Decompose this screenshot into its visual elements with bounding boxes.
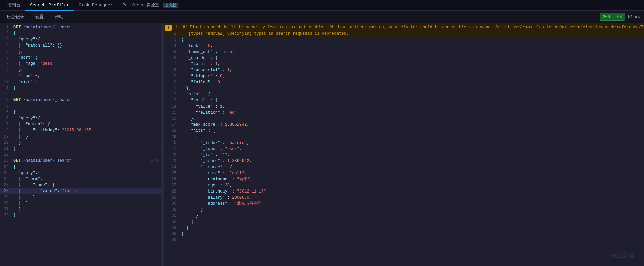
table-row: 5 }, bbox=[0, 49, 161, 55]
table-row: 35 } bbox=[164, 231, 644, 237]
right-output-panel[interactable]: ! 1 #! Elasticsearch built-in security f… bbox=[164, 23, 644, 266]
table-row: 30 │ } bbox=[0, 200, 161, 206]
table-row: 20 "_index" : "hainiu", bbox=[164, 140, 644, 146]
table-row: 4 "took" : 9, bbox=[164, 43, 644, 49]
table-row: 27 "age" : 28, bbox=[164, 182, 644, 188]
table-row: 9 "skipped" : 0, bbox=[164, 73, 644, 79]
run-icon[interactable]: ▷ bbox=[151, 158, 154, 164]
warning-icon: ! bbox=[165, 25, 172, 31]
response-time: 51 ms bbox=[628, 14, 640, 19]
table-row: 26 "realname" : "老李", bbox=[164, 176, 644, 182]
table-row: 21 "_type" : "user", bbox=[164, 146, 644, 152]
table-row: 31 } bbox=[0, 206, 161, 212]
table-row: 9 "from":0, bbox=[0, 73, 161, 79]
table-row: 33 ] bbox=[164, 219, 644, 225]
table-row: 17 "max_score" : 1.3862942, bbox=[164, 122, 644, 128]
line-actions: ▷ ⧉ bbox=[151, 158, 161, 164]
table-row: 15 { bbox=[0, 109, 161, 115]
tab-search-profiler[interactable]: Search Profiler bbox=[25, 0, 74, 11]
table-row: 28 │ │ │ "value": "laoli"| bbox=[0, 188, 161, 194]
table-row: ! 1 #! Elasticsearch built-in security f… bbox=[164, 24, 644, 31]
table-row: 10 "failed" : 0 bbox=[164, 79, 644, 85]
table-row: 3 "query":{ bbox=[0, 36, 161, 42]
table-row: 19 │ } bbox=[0, 134, 161, 140]
table-row: 10 "size":2 bbox=[0, 79, 161, 85]
table-row: 30 "address" : "北京市昌平区" bbox=[164, 201, 644, 207]
status-badge: 200 - OK bbox=[600, 13, 625, 21]
table-row: 5 "timed_out" : false, bbox=[164, 49, 644, 55]
copy-icon[interactable]: ⧉ bbox=[155, 158, 159, 164]
tab-console[interactable]: 控制台 bbox=[3, 0, 25, 11]
top-navigation: 控制台 Search Profiler Grok Debugger Painle… bbox=[0, 0, 644, 11]
table-row: 12 bbox=[0, 91, 161, 97]
settings-button[interactable]: 设置 bbox=[32, 12, 46, 21]
table-row: 11 }, bbox=[164, 85, 644, 91]
table-row: 31 } bbox=[164, 207, 644, 213]
table-row: 15 "relation" : "eq" bbox=[164, 110, 644, 116]
table-row: 18 "hits" : [ bbox=[164, 128, 644, 134]
table-row: 36 bbox=[164, 237, 644, 243]
table-row: 7 │ "age":"desc" bbox=[0, 61, 161, 67]
table-row: 4 │ "match_all": {} bbox=[0, 42, 161, 49]
table-row: 17 │ "match": { bbox=[0, 121, 161, 127]
table-row: 8 }, bbox=[0, 67, 161, 73]
table-row: 13 GET /hainiu/user/_search bbox=[0, 97, 161, 103]
table-row: 24 { bbox=[0, 164, 161, 170]
table-row: 14 "value" : 1, bbox=[164, 104, 644, 110]
table-row: 25 "query":{ bbox=[0, 170, 161, 176]
main-content: 1 GET /hainiu/user/_search 2 { 3 "query"… bbox=[0, 23, 644, 266]
table-row: 13 "total" : { bbox=[164, 97, 644, 104]
table-row: 22 bbox=[0, 152, 161, 158]
history-button[interactable]: 历史记录 bbox=[4, 12, 27, 21]
table-row: 29 │ │ } bbox=[0, 194, 161, 200]
right-code-area: ! 1 #! Elasticsearch built-in security f… bbox=[164, 23, 644, 266]
table-row: 27 │ │ "name": { bbox=[0, 182, 161, 188]
table-row: 32 } bbox=[0, 212, 161, 218]
table-row: 21 } bbox=[0, 146, 161, 152]
tab-grok-debugger[interactable]: Grok Debugger bbox=[74, 0, 118, 11]
table-row: 12 "hits" : { bbox=[164, 91, 644, 97]
table-row: 26 │ "term": { bbox=[0, 176, 161, 182]
table-row: 2 { bbox=[0, 30, 161, 36]
table-row: 3 { bbox=[164, 37, 644, 43]
table-row: 20 } bbox=[0, 140, 161, 146]
table-row: 25 "name" : "laoli", bbox=[164, 170, 644, 176]
table-row: 6 "_shards" : { bbox=[164, 55, 644, 61]
beta-badge: 公测版 bbox=[163, 3, 178, 8]
table-row: 29 "salary" : 20000.0, bbox=[164, 195, 644, 201]
toolbar: 历史记录 设置 帮助 200 - OK 51 ms bbox=[0, 11, 644, 23]
table-row: 34 } bbox=[164, 225, 644, 231]
table-row: 28 "birthday" : "2012-11-17", bbox=[164, 188, 644, 195]
left-code-area: 1 GET /hainiu/user/_search 2 { 3 "query"… bbox=[0, 23, 161, 266]
table-row: 7 "total" : 1, bbox=[164, 61, 644, 67]
table-row: 6 "sort":{ bbox=[0, 55, 161, 61]
tab-painless-lab[interactable]: Painless 实验室 公测版 bbox=[118, 0, 183, 11]
table-row: 22 "_id" : "1", bbox=[164, 152, 644, 158]
table-row: 8 "successful" : 1, bbox=[164, 67, 644, 73]
table-row: 18 │ │ "birthday": "2015-06-16" bbox=[0, 127, 161, 134]
table-row: 24 "_source" : { bbox=[164, 164, 644, 170]
table-row: 32 } bbox=[164, 213, 644, 219]
table-row: 23 GET /hainiu/user/_search ▷ ⧉ bbox=[0, 158, 161, 164]
help-button[interactable]: 帮助 bbox=[52, 12, 66, 21]
table-row: 14 bbox=[0, 103, 161, 109]
table-row: 16 }, bbox=[164, 116, 644, 122]
table-row: 2 #! [types removal] Specifying types in… bbox=[164, 31, 644, 37]
table-row: 23 "_score" : 1.3862942, bbox=[164, 158, 644, 164]
table-row: 19 { bbox=[164, 134, 644, 140]
table-row: 1 GET /hainiu/user/_search bbox=[0, 24, 161, 30]
table-row: 11 } bbox=[0, 85, 161, 91]
left-editor-panel[interactable]: 1 GET /hainiu/user/_search 2 { 3 "query"… bbox=[0, 23, 162, 266]
table-row: 16 "query":{ bbox=[0, 115, 161, 121]
